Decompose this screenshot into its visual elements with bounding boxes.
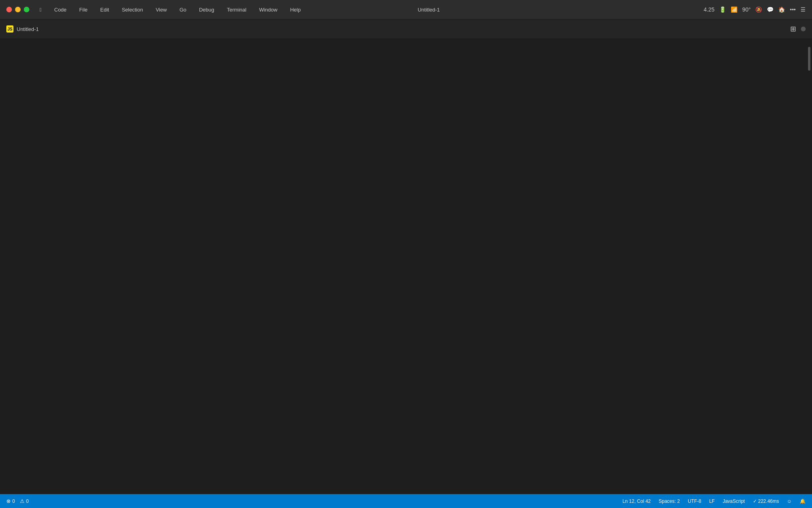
time-display: 4.25	[704, 6, 714, 13]
wifi-icon: 📶	[731, 6, 737, 13]
menu-file[interactable]: File	[77, 5, 90, 14]
statusbar: ⊗ 0 ⚠ 0 Ln 12, Col 42 Spaces: 2 UTF-8 LF…	[0, 494, 812, 508]
cursor-position[interactable]: Ln 12, Col 42	[622, 498, 651, 504]
finder-icon: 🏠	[778, 6, 785, 13]
scrollbar[interactable]	[806, 39, 812, 494]
warning-count[interactable]: ⚠ 0	[20, 498, 29, 504]
scrollbar-thumb[interactable]	[808, 47, 810, 71]
menu-bar:  Code File Edit Selection View Go Debug…	[37, 5, 303, 14]
warning-icon: ⚠	[20, 498, 25, 504]
menu-selection[interactable]: Selection	[119, 5, 145, 14]
statusbar-right: Ln 12, Col 42 Spaces: 2 UTF-8 LF JavaScr…	[622, 498, 806, 504]
menu-help[interactable]: Help	[288, 5, 303, 14]
battery-icon: 🔋	[719, 6, 726, 13]
smiley-icon[interactable]: ☺	[787, 498, 792, 504]
dnd-icon: 🔕	[755, 6, 762, 13]
notification-icon[interactable]: 🔔	[800, 498, 806, 504]
file-type-icon: JS	[6, 25, 13, 33]
menu-go[interactable]: Go	[177, 5, 189, 14]
line-ending[interactable]: LF	[709, 498, 715, 504]
apple-menu[interactable]: 	[37, 5, 44, 14]
statusbar-left: ⊗ 0 ⚠ 0	[6, 498, 29, 504]
tab-filename[interactable]: Untitled-1	[17, 26, 39, 32]
tab-right: ⊞	[790, 25, 806, 33]
minimize-button[interactable]	[15, 7, 21, 12]
error-count[interactable]: ⊗ 0	[6, 498, 15, 504]
tabbar: JS Untitled-1 ⊞	[0, 19, 812, 39]
menu-terminal[interactable]: Terminal	[224, 5, 249, 14]
scrollbar-track	[808, 47, 810, 502]
list-icon[interactable]: ☰	[801, 6, 806, 13]
status-dot	[801, 27, 806, 31]
maximize-button[interactable]	[24, 7, 29, 12]
titlebar-left:  Code File Edit Selection View Go Debug…	[6, 5, 303, 14]
menu-window[interactable]: Window	[257, 5, 280, 14]
titlebar-right: 4.25 🔋 📶 90° 🔕 💬 🏠 ••• ☰	[554, 6, 806, 13]
menu-debug[interactable]: Debug	[197, 5, 216, 14]
window-title: Untitled-1	[303, 7, 554, 13]
menu-edit[interactable]: Edit	[98, 5, 111, 14]
tab-left: JS Untitled-1	[6, 25, 39, 33]
indentation[interactable]: Spaces: 2	[659, 498, 680, 504]
layout-icon[interactable]: ⊞	[790, 25, 796, 33]
traffic-lights	[6, 7, 29, 12]
wechat-icon: 💬	[767, 6, 774, 13]
more-icon[interactable]: •••	[790, 6, 796, 13]
menu-view[interactable]: View	[153, 5, 169, 14]
timing-display: ✓ 222.46ms	[753, 498, 779, 504]
close-button[interactable]	[6, 7, 12, 12]
encoding[interactable]: UTF-8	[688, 498, 701, 504]
temperature-display: 90°	[742, 6, 751, 13]
titlebar:  Code File Edit Selection View Go Debug…	[0, 0, 812, 19]
gutter	[0, 39, 24, 494]
error-icon: ⊗	[6, 498, 11, 504]
menu-code[interactable]: Code	[52, 5, 69, 14]
editor	[0, 39, 812, 494]
code-area[interactable]	[24, 39, 806, 494]
language-mode[interactable]: JavaScript	[723, 498, 745, 504]
